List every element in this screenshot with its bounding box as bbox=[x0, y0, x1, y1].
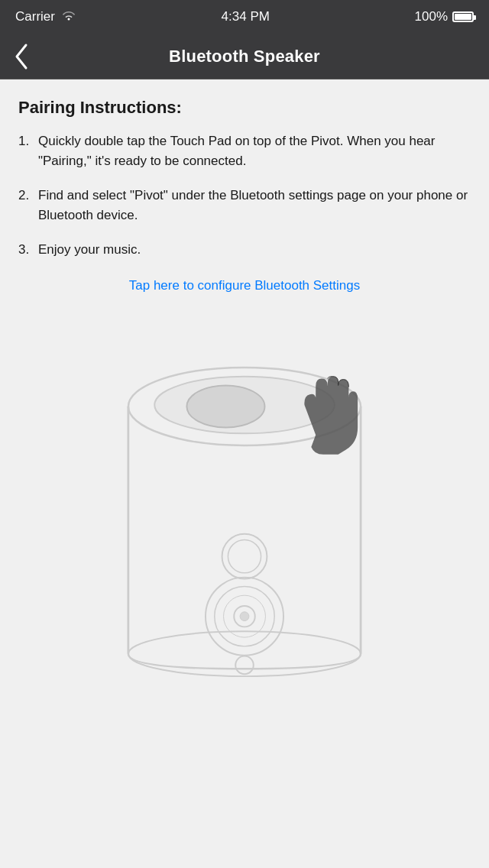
status-right: 100% bbox=[415, 9, 474, 24]
list-number-2: 2. bbox=[18, 186, 38, 206]
list-number-3: 3. bbox=[18, 240, 38, 260]
nav-bar: Bluetooth Speaker bbox=[0, 34, 489, 79]
carrier-label: Carrier bbox=[15, 9, 55, 24]
instructions-list: 1. Quickly double tap the Touch Pad on t… bbox=[18, 131, 471, 260]
back-button[interactable] bbox=[12, 42, 31, 71]
list-number-1: 1. bbox=[18, 131, 38, 151]
status-left: Carrier bbox=[15, 9, 76, 24]
list-text-3: Enjoy your music. bbox=[38, 240, 141, 260]
list-text-1: Quickly double tap the Touch Pad on top … bbox=[38, 131, 471, 170]
pairing-title: Pairing Instructions: bbox=[18, 98, 471, 118]
battery-icon bbox=[452, 11, 474, 22]
svg-point-7 bbox=[228, 539, 261, 572]
svg-point-6 bbox=[222, 533, 267, 578]
svg-point-13 bbox=[235, 656, 254, 674]
content-area: Pairing Instructions: 1. Quickly double … bbox=[0, 79, 489, 721]
svg-point-2 bbox=[186, 385, 264, 427]
battery-percent: 100% bbox=[415, 9, 448, 24]
list-text-2: Find and select "Pivot" under the Blueto… bbox=[38, 186, 471, 225]
page-title: Bluetooth Speaker bbox=[169, 47, 320, 66]
svg-point-11 bbox=[240, 611, 249, 620]
speaker-illustration bbox=[18, 316, 471, 721]
time-label: 4:34 PM bbox=[222, 9, 270, 24]
list-item: 3. Enjoy your music. bbox=[18, 240, 471, 260]
bluetooth-settings-link[interactable]: Tap here to configure Bluetooth Settings bbox=[18, 278, 471, 293]
status-bar: Carrier 4:34 PM 100% bbox=[0, 0, 489, 34]
list-item: 1. Quickly double tap the Touch Pad on t… bbox=[18, 131, 471, 170]
wifi-icon bbox=[61, 10, 76, 24]
list-item: 2. Find and select "Pivot" under the Blu… bbox=[18, 186, 471, 225]
